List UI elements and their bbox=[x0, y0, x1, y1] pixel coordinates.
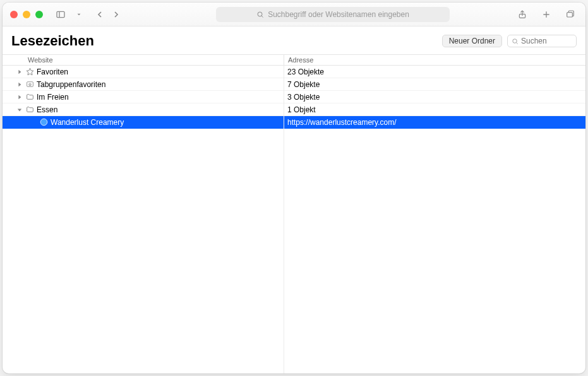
tree-row-favoriten[interactable]: Favoriten 23 Objekte bbox=[3, 66, 585, 78]
chevron-down-icon bbox=[73, 9, 85, 20]
back-button[interactable] bbox=[92, 7, 107, 22]
sidebar-menu-button[interactable] bbox=[73, 7, 85, 22]
address-bar-placeholder: Suchbegriff oder Websitenamen eingeben bbox=[268, 10, 409, 19]
tree-row-label: Essen bbox=[37, 105, 57, 114]
svg-rect-7 bbox=[567, 12, 573, 16]
search-field[interactable] bbox=[507, 35, 577, 47]
address-bar[interactable]: Suchbegriff oder Websitenamen eingeben bbox=[216, 7, 450, 22]
tabgroup-star-icon bbox=[25, 80, 34, 89]
svg-rect-11 bbox=[27, 82, 33, 87]
disclosure-triangle[interactable] bbox=[16, 69, 23, 75]
disclosure-triangle[interactable] bbox=[16, 81, 23, 88]
tree-row-address: 3 Objekte bbox=[284, 93, 585, 102]
svg-line-9 bbox=[517, 42, 518, 44]
tree-row-label: Wanderlust Creamery bbox=[51, 118, 124, 127]
window: Suchbegriff oder Websitenamen eingeben bbox=[3, 3, 585, 373]
new-folder-button[interactable]: Neuer Ordner bbox=[442, 35, 502, 47]
tab-overview-button[interactable] bbox=[563, 7, 578, 22]
search-icon bbox=[512, 38, 519, 45]
new-tab-button[interactable] bbox=[539, 7, 554, 22]
tree-row-label: Favoriten bbox=[37, 68, 68, 76]
page-title: Lesezeichen bbox=[11, 33, 442, 49]
bookmarks-tree[interactable]: Favoriten 23 Objekte Tabgruppenfavoriten… bbox=[3, 66, 585, 373]
chevron-right-icon bbox=[111, 9, 122, 20]
share-button[interactable] bbox=[515, 7, 530, 22]
svg-marker-12 bbox=[28, 83, 31, 86]
tree-row-address: https://wanderlustcreamery.com/ bbox=[284, 118, 585, 127]
tree-row-essen[interactable]: Essen 1 Objekt bbox=[3, 103, 585, 116]
site-favicon-icon bbox=[39, 118, 48, 127]
tree-row-address: 23 Objekte bbox=[284, 68, 585, 76]
plus-icon bbox=[541, 9, 552, 20]
folder-icon bbox=[25, 105, 34, 114]
new-folder-label: Neuer Ordner bbox=[449, 37, 495, 45]
svg-rect-0 bbox=[57, 11, 64, 17]
sidebar-icon bbox=[55, 9, 66, 20]
column-headers: Website Adresse bbox=[3, 54, 585, 66]
maximize-window-button[interactable] bbox=[35, 11, 43, 18]
search-input[interactable] bbox=[521, 37, 572, 45]
toolbar: Suchbegriff oder Websitenamen eingeben bbox=[3, 3, 585, 26]
svg-point-8 bbox=[513, 38, 517, 42]
tree-row-address: 7 Objekte bbox=[284, 80, 585, 89]
forward-button[interactable] bbox=[109, 7, 124, 22]
header-actions: Neuer Ordner bbox=[442, 35, 577, 47]
chevron-left-icon bbox=[94, 9, 105, 20]
close-window-button[interactable] bbox=[10, 11, 18, 18]
search-icon bbox=[256, 11, 264, 18]
tree-row-address: 1 Objekt bbox=[284, 105, 585, 114]
page-header: Lesezeichen Neuer Ordner bbox=[3, 26, 585, 54]
tree-row-im-freien[interactable]: Im Freien 3 Objekte bbox=[3, 91, 585, 103]
svg-point-13 bbox=[40, 119, 47, 126]
svg-point-2 bbox=[258, 12, 262, 16]
column-header-address[interactable]: Adresse bbox=[284, 55, 585, 65]
disclosure-triangle-open[interactable] bbox=[16, 107, 23, 113]
sidebar-toggle-button[interactable] bbox=[53, 7, 68, 22]
minimize-window-button[interactable] bbox=[23, 11, 30, 18]
disclosure-triangle[interactable] bbox=[16, 94, 23, 100]
share-icon bbox=[517, 9, 528, 20]
svg-marker-10 bbox=[27, 68, 33, 75]
tree-row-label: Im Freien bbox=[37, 93, 69, 102]
column-header-website[interactable]: Website bbox=[3, 56, 284, 64]
tree-row-label: Tabgruppenfavoriten bbox=[37, 80, 105, 89]
column-divider bbox=[284, 66, 284, 373]
svg-line-3 bbox=[261, 16, 263, 17]
folder-icon bbox=[25, 93, 34, 102]
tree-row-wanderlust-creamery[interactable]: Wanderlust Creamery https://wanderlustcr… bbox=[3, 116, 585, 129]
tree-row-tabgroup-favorites[interactable]: Tabgruppenfavoriten 7 Objekte bbox=[3, 78, 585, 91]
star-icon bbox=[25, 68, 34, 76]
traffic-lights bbox=[10, 11, 43, 18]
tab-overview-icon bbox=[565, 9, 576, 20]
